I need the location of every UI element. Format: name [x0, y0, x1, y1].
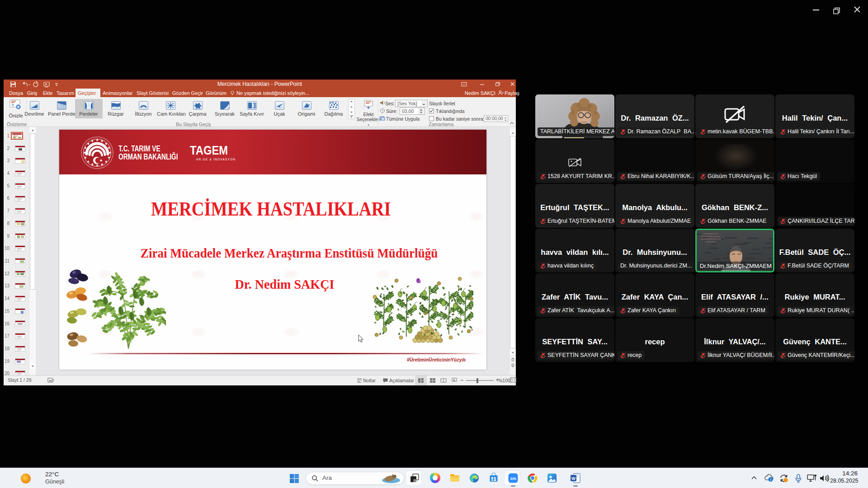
svg-text:W: W [571, 476, 576, 481]
svg-text:zm: zm [510, 476, 516, 481]
